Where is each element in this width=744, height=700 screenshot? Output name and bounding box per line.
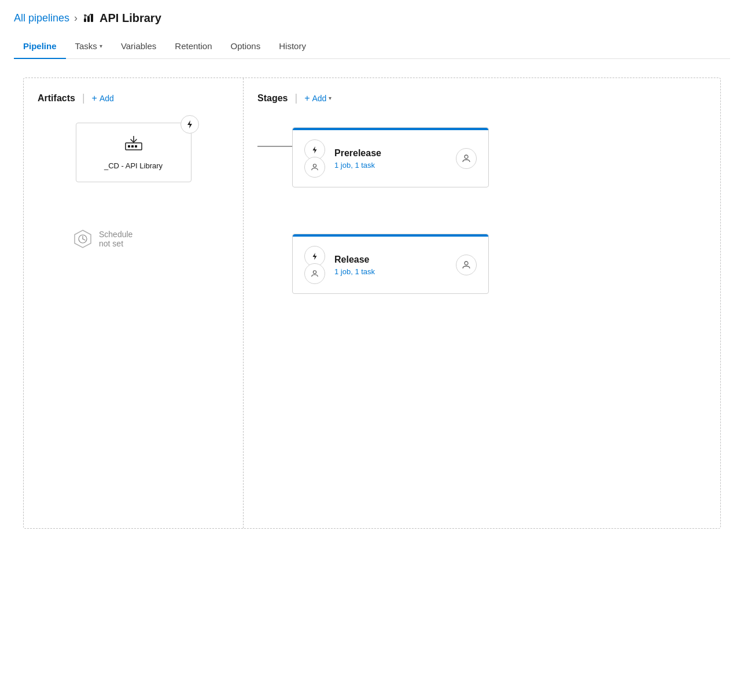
stages-plus-icon: + — [304, 93, 310, 104]
plus-icon: + — [92, 93, 97, 104]
release-meta: 1 job, 1 task — [334, 267, 447, 276]
stages-title: Stages — [257, 93, 288, 104]
release-card-body: Release 1 job, 1 task — [293, 237, 488, 293]
nav-tabs: Pipeline Tasks ▾ Variables Retention Opt… — [14, 34, 730, 59]
artifact-type-icon — [124, 135, 143, 154]
schedule-hex-icon — [72, 229, 93, 249]
artifact-name: _CD - API Library — [104, 161, 163, 170]
main-content: Artifacts | + Add — [14, 59, 730, 547]
artifacts-add-button[interactable]: + Add — [92, 93, 114, 104]
artifacts-title: Artifacts — [38, 93, 75, 104]
release-person-icon — [304, 263, 325, 284]
svg-point-18 — [313, 164, 316, 167]
tab-retention[interactable]: Retention — [165, 34, 221, 59]
schedule-text: Schedule not set — [99, 230, 132, 248]
pipeline-canvas: Artifacts | + Add — [23, 78, 721, 529]
stage-card-prerelease[interactable]: Prerelease 1 job, 1 task — [292, 127, 489, 187]
svg-rect-2 — [91, 14, 93, 22]
release-stage-row: Release 1 job, 1 task — [292, 234, 706, 317]
artifacts-header: Artifacts | + Add — [38, 92, 229, 104]
artifacts-panel: Artifacts | + Add — [24, 78, 244, 528]
stages-divider: | — [294, 92, 297, 104]
svg-rect-11 — [135, 145, 137, 148]
release-name: Release — [334, 255, 447, 265]
release-approval-button[interactable] — [456, 255, 477, 275]
page-title: API Library — [100, 12, 161, 25]
artifacts-divider: | — [82, 92, 85, 104]
svg-rect-10 — [131, 145, 134, 148]
svg-point-21 — [313, 271, 316, 274]
svg-marker-20 — [313, 253, 317, 260]
svg-rect-1 — [87, 16, 90, 22]
stage-card-release[interactable]: Release 1 job, 1 task — [292, 234, 489, 294]
svg-marker-7 — [187, 120, 192, 128]
tab-history[interactable]: History — [270, 34, 315, 59]
schedule-item[interactable]: Schedule not set — [72, 229, 229, 249]
svg-line-16 — [83, 239, 85, 240]
breadcrumb-parent-link[interactable]: All pipelines — [14, 12, 69, 24]
tab-pipeline[interactable]: Pipeline — [14, 34, 66, 59]
prerelease-stage-row: Prerelease 1 job, 1 task — [292, 127, 706, 211]
tab-variables[interactable]: Variables — [112, 34, 165, 59]
svg-line-6 — [89, 14, 91, 16]
svg-point-19 — [465, 155, 468, 159]
stages-add-chevron-icon: ▾ — [329, 95, 332, 101]
prerelease-meta: 1 job, 1 task — [334, 161, 447, 170]
release-trigger-group — [304, 246, 325, 284]
artifact-card[interactable]: _CD - API Library — [76, 123, 191, 182]
prerelease-person-icon — [304, 157, 325, 178]
prerelease-card-body: Prerelease 1 job, 1 task — [293, 130, 488, 187]
stages-header: Stages | + Add ▾ — [257, 92, 706, 104]
tab-tasks[interactable]: Tasks ▾ — [66, 34, 112, 59]
svg-rect-9 — [128, 145, 130, 148]
pipeline-icon — [82, 12, 95, 25]
prerelease-info: Prerelease 1 job, 1 task — [334, 148, 447, 170]
connector-line-prerelease — [257, 146, 292, 147]
svg-marker-17 — [313, 146, 317, 153]
stages-panel: Stages | + Add ▾ — [244, 78, 720, 528]
prerelease-name: Prerelease — [334, 148, 447, 159]
svg-point-22 — [465, 261, 468, 265]
tab-options[interactable]: Options — [222, 34, 270, 59]
prerelease-approval-button[interactable] — [456, 148, 477, 169]
breadcrumb-separator: › — [74, 12, 78, 24]
prerelease-trigger-group — [304, 139, 325, 178]
tasks-chevron-icon: ▾ — [100, 43, 102, 49]
release-info: Release 1 job, 1 task — [334, 255, 447, 276]
svg-rect-0 — [84, 19, 86, 22]
breadcrumb: All pipelines › API Library — [14, 12, 730, 25]
artifact-badge-icon — [181, 115, 199, 134]
stages-add-button[interactable]: + Add ▾ — [304, 93, 332, 104]
